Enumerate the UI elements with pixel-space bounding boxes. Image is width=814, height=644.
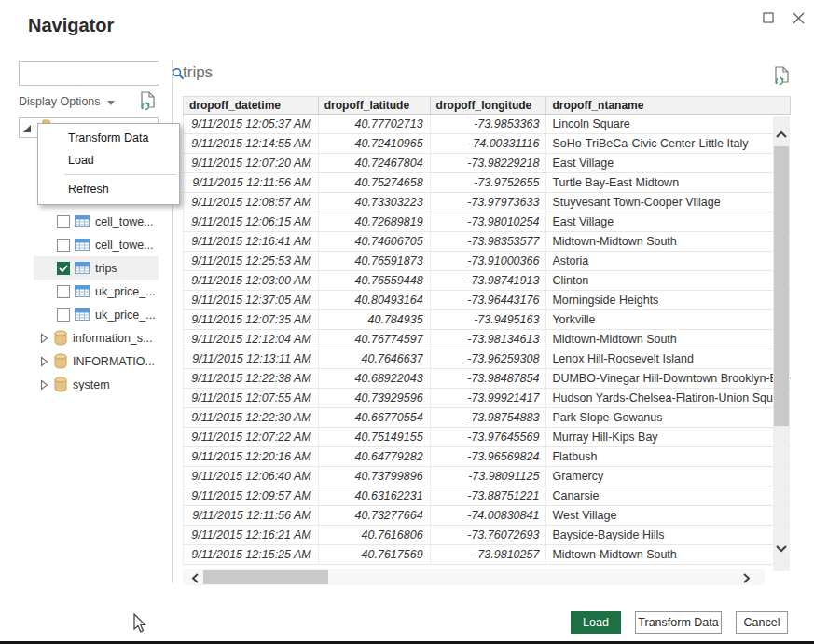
chevron-down-icon — [107, 101, 115, 105]
cell-dropoff-datetime: 9/11/2015 12:11:56 AM — [184, 506, 319, 525]
expand-arrow-icon[interactable] — [40, 356, 48, 367]
cell-dropoff-latitude: 40.64779282 — [319, 447, 431, 466]
tree-item-uk-price[interactable]: uk_price_... — [19, 280, 159, 303]
cell-dropoff-datetime: 9/11/2015 12:14:55 AM — [184, 134, 319, 153]
table-row: 9/11/2015 12:07:55 AM40.73929596-73.9992… — [184, 389, 791, 408]
table-row: 9/11/2015 12:03:00 AM40.76559448-73.9874… — [184, 271, 791, 291]
table-row: 9/11/2015 12:16:21 AM40.7616806-73.76072… — [184, 526, 791, 545]
cell-dropoff-datetime: 9/11/2015 12:08:57 AM — [184, 193, 319, 212]
tree-item-system[interactable]: system — [19, 373, 159, 396]
mouse-cursor-icon — [133, 613, 148, 637]
cell-dropoff-longitude: -73.9853363 — [431, 115, 547, 133]
close-button[interactable] — [785, 5, 811, 31]
expand-arrow-icon[interactable] — [40, 379, 48, 391]
cell-dropoff-datetime: 9/11/2015 12:07:35 AM — [184, 310, 319, 329]
tree-item-trips[interactable]: trips — [19, 256, 159, 280]
expand-arrow-icon[interactable] — [40, 333, 48, 344]
table-checkbox[interactable] — [57, 215, 70, 228]
vertical-scrollbar[interactable] — [773, 116, 790, 571]
table-icon — [75, 308, 90, 321]
tree-item-cell-towe[interactable]: cell_towe... — [19, 210, 159, 233]
tree-item-label[interactable]: trips — [95, 262, 117, 275]
cell-dropoff-datetime: 9/11/2015 12:25:53 AM — [184, 252, 319, 270]
menu-item-transform-data[interactable]: Transform Data — [38, 127, 179, 149]
tree-item-label[interactable]: cell_towe... — [95, 239, 154, 252]
scroll-down-icon[interactable] — [774, 541, 789, 557]
tree-item-uk-price[interactable]: uk_price_... — [19, 303, 159, 326]
cell-dropoff-datetime: 9/11/2015 12:06:40 AM — [184, 467, 319, 486]
tree-item-label[interactable]: cell_towe... — [95, 215, 154, 228]
tree-item-label[interactable]: uk_price_... — [95, 308, 156, 322]
vertical-scrollbar-thumb[interactable] — [774, 146, 789, 426]
scroll-up-icon[interactable] — [774, 126, 789, 143]
table-icon — [75, 239, 90, 251]
table-icon — [75, 262, 90, 274]
cancel-button[interactable]: Cancel — [736, 611, 788, 634]
horizontal-scrollbar-thumb[interactable] — [203, 570, 328, 584]
scroll-right-icon[interactable] — [742, 571, 752, 588]
database-icon — [54, 377, 67, 392]
tree-item-label[interactable]: system — [73, 378, 110, 391]
refresh-preview-button[interactable] — [774, 66, 791, 89]
cell-dropoff-longitude: -73.98091125 — [431, 467, 547, 486]
table-checkbox[interactable] — [57, 262, 70, 275]
table-row: 9/11/2015 12:22:38 AM40.68922043-73.9848… — [184, 369, 791, 389]
preview-title: trips — [183, 63, 213, 82]
table-checkbox[interactable] — [57, 239, 70, 252]
horizontal-scrollbar[interactable] — [183, 569, 765, 585]
table-icon — [75, 215, 90, 227]
expanded-triangle-icon[interactable] — [23, 125, 31, 132]
cell-dropoff-ntaname: Midtown-Midtown South — [546, 545, 791, 564]
cell-dropoff-latitude: 40.72467804 — [319, 154, 431, 172]
load-button[interactable]: Load — [571, 611, 621, 634]
tree-item-label[interactable]: information_s... — [73, 332, 152, 345]
tree-item-label[interactable]: uk_price_... — [95, 285, 156, 298]
table-row: 9/11/2015 12:16:41 AM40.74606705-73.9835… — [184, 232, 791, 252]
table-row: 9/11/2015 12:06:15 AM40.72689819-73.9801… — [184, 212, 791, 232]
tree-item-cell-towe[interactable]: cell_towe... — [19, 233, 159, 256]
tree-item-label[interactable]: INFORMATIO... — [73, 355, 155, 368]
tree-item-information-s[interactable]: information_s... — [19, 326, 159, 349]
page-title: Navigator — [28, 15, 114, 36]
scroll-left-icon[interactable] — [190, 571, 200, 588]
table-checkbox[interactable] — [57, 285, 70, 298]
table-checkbox[interactable] — [57, 308, 70, 322]
cell-dropoff-datetime: 9/11/2015 12:37:05 AM — [184, 291, 319, 309]
cell-dropoff-longitude: -73.96443176 — [431, 291, 547, 309]
cell-dropoff-longitude: -73.76072693 — [431, 526, 547, 544]
cell-dropoff-longitude: -73.91000366 — [431, 252, 547, 270]
cell-dropoff-latitude: 40.72410965 — [319, 134, 431, 153]
table-row: 9/11/2015 12:06:40 AM40.73799896-73.9809… — [184, 467, 791, 486]
menu-item-refresh[interactable]: Refresh — [38, 178, 179, 200]
search-input[interactable] — [20, 62, 172, 84]
cell-dropoff-ntaname: Flatbush — [546, 447, 791, 466]
transform-data-button[interactable]: Transform Data — [635, 611, 722, 634]
navigator-dialog: Navigator Display Options — [0, 0, 814, 644]
refresh-tree-button[interactable] — [140, 91, 157, 115]
cell-dropoff-longitude: -73.98353577 — [431, 232, 547, 251]
context-menu: Transform DataLoadRefresh — [37, 123, 180, 205]
cell-dropoff-ntaname: Midtown-Midtown South — [546, 232, 791, 251]
cell-dropoff-ntaname: Astoria — [546, 252, 791, 270]
cell-dropoff-ntaname: Turtle Bay-East Midtown — [546, 173, 791, 192]
cell-dropoff-datetime: 9/11/2015 12:05:37 AM — [184, 115, 319, 133]
cell-dropoff-latitude: 40.76559448 — [319, 271, 431, 290]
cell-dropoff-datetime: 9/11/2015 12:11:56 AM — [184, 173, 319, 192]
cell-dropoff-ntaname: Yorkville — [546, 310, 791, 329]
cell-dropoff-ntaname: Midtown-Midtown South — [546, 330, 791, 349]
menu-item-load[interactable]: Load — [38, 149, 179, 171]
column-header-dropoff-ntaname: dropoff_ntaname — [546, 97, 791, 114]
display-options-dropdown[interactable]: Display Options — [19, 91, 159, 112]
maximize-button[interactable] — [755, 5, 781, 31]
cell-dropoff-longitude: -73.98741913 — [431, 271, 547, 290]
cell-dropoff-ntaname: Lincoln Square — [546, 115, 791, 133]
cell-dropoff-ntaname: Murray Hill-Kips Bay — [546, 428, 791, 446]
cell-dropoff-ntaname: West Village — [546, 506, 791, 525]
tree-item-informatio[interactable]: INFORMATIO... — [19, 349, 159, 373]
column-header-dropoff-latitude: dropoff_latitude — [319, 97, 431, 114]
cell-dropoff-datetime: 9/11/2015 12:12:04 AM — [184, 330, 319, 349]
cell-dropoff-datetime: 9/11/2015 12:22:38 AM — [184, 369, 319, 388]
cell-dropoff-latitude: 40.66770554 — [319, 408, 431, 427]
table-row: 9/11/2015 12:05:37 AM40.77702713-73.9853… — [184, 115, 791, 134]
refresh-document-icon — [774, 66, 791, 86]
